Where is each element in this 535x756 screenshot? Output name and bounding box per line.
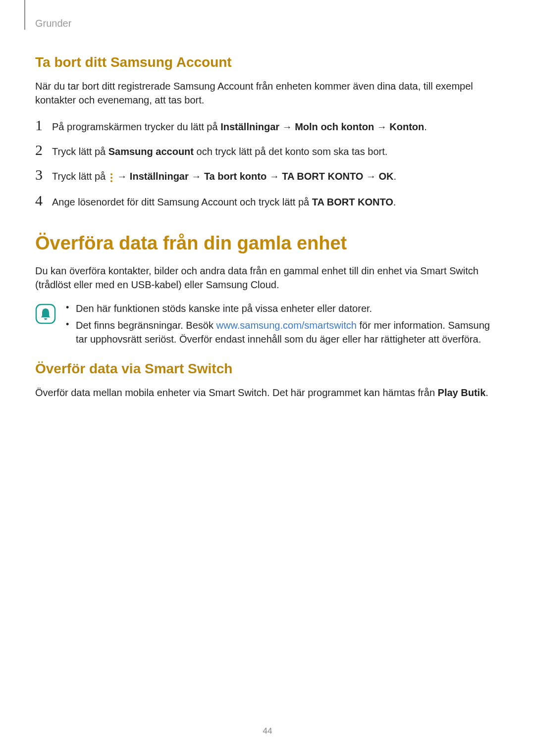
arrow: → <box>279 121 295 132</box>
text: Överför data mellan mobila enheter via S… <box>35 387 438 398</box>
page-title-transfer-data: Överföra data från din gamla enhet <box>35 233 501 254</box>
smartswitch-link[interactable]: www.samsung.com/smartswitch <box>216 320 357 331</box>
bullet-icon: • <box>66 302 76 315</box>
step-text: På programskärmen trycker du lätt på Ins… <box>52 118 427 134</box>
arrow: → <box>363 171 378 182</box>
bold-text: Samsung account <box>108 146 194 157</box>
section2-paragraph: Överför data mellan mobila enheter via S… <box>35 386 501 400</box>
page-content: Ta bort ditt Samsung Account När du tar … <box>35 50 501 409</box>
step-1: 1 På programskärmen trycker du lätt på I… <box>35 117 501 134</box>
section-heading-remove-account: Ta bort ditt Samsung Account <box>35 54 501 70</box>
note-block: • Den här funktionen stöds kanske inte p… <box>35 302 501 349</box>
text: . <box>424 121 427 132</box>
section1-intro: När du tar bort ditt registrerade Samsun… <box>35 79 501 107</box>
text: Det finns begränsningar. Besök <box>76 320 216 331</box>
step-2: 2 Tryck lätt på Samsung account och tryc… <box>35 142 501 158</box>
step-3: 3 Tryck lätt på → Inställningar → Ta bor… <box>35 166 501 184</box>
text: . <box>485 387 488 398</box>
text: Tryck lätt på <box>52 171 108 182</box>
bold-text: TA BORT KONTO <box>312 197 393 207</box>
text: Tryck lätt på <box>52 146 108 157</box>
bullet-text: Det finns begränsningar. Besök www.samsu… <box>76 318 501 346</box>
text: Ange lösenordet för ditt Samsung Account… <box>52 197 312 207</box>
text: . <box>393 171 396 182</box>
text: . <box>393 197 396 207</box>
bullet-icon: • <box>66 318 76 346</box>
arrow: → <box>374 121 389 132</box>
text: På programskärmen trycker du lätt på <box>52 121 220 132</box>
section-heading-smart-switch: Överför data via Smart Switch <box>35 361 501 377</box>
more-options-icon <box>108 170 114 184</box>
bold-text: Ta bort konto <box>204 171 267 182</box>
step-number: 1 <box>35 117 52 134</box>
step-text: Tryck lätt på Samsung account och tryck … <box>52 143 387 158</box>
arrow: → <box>114 171 130 182</box>
note-list: • Den här funktionen stöds kanske inte p… <box>66 302 501 349</box>
page-margin-rule <box>24 0 25 30</box>
bold-text: Konton <box>389 121 424 132</box>
bold-text: Inställningar <box>130 171 189 182</box>
step-text: Tryck lätt på → Inställningar → Ta bort … <box>52 167 396 184</box>
bold-text: Inställningar <box>220 121 279 132</box>
note-bullet-1: • Den här funktionen stöds kanske inte p… <box>66 302 501 315</box>
step-number: 3 <box>35 166 52 183</box>
step-4: 4 Ange lösenordet för ditt Samsung Accou… <box>35 192 501 209</box>
bullet-text: Den här funktionen stöds kanske inte på … <box>76 302 372 315</box>
bold-text: OK <box>378 171 393 182</box>
svg-point-0 <box>110 173 112 175</box>
bold-text: TA BORT KONTO <box>282 171 363 182</box>
arrow: → <box>267 171 282 182</box>
note-bell-icon <box>35 303 56 326</box>
note-bullet-2: • Det finns begränsningar. Besök www.sam… <box>66 318 501 346</box>
text: och tryck lätt på det konto som ska tas … <box>194 146 387 157</box>
step-number: 2 <box>35 142 52 158</box>
bold-text: Play Butik <box>438 387 486 398</box>
step-number: 4 <box>35 192 52 209</box>
svg-point-1 <box>110 177 112 179</box>
bold-text: Moln och konton <box>295 121 374 132</box>
svg-point-2 <box>110 180 112 182</box>
arrow: → <box>189 171 204 182</box>
step-text: Ange lösenordet för ditt Samsung Account… <box>52 193 396 209</box>
header-chapter-label: Grunder <box>35 18 71 29</box>
page-number: 44 <box>0 726 535 736</box>
intro2-text: Du kan överföra kontakter, bilder och an… <box>35 264 501 292</box>
